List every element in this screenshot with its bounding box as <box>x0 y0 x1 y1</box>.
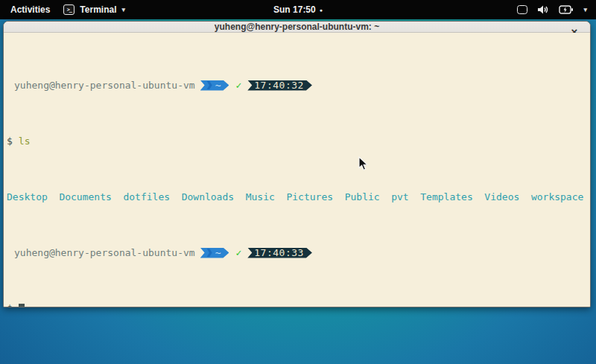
app-menu-label: Terminal <box>80 4 116 15</box>
chevron-right-icon <box>207 81 212 89</box>
prompt-time: 17:40:32 <box>254 80 304 91</box>
screen-share-icon <box>517 5 527 14</box>
activities-button[interactable]: Activities <box>7 3 53 16</box>
prompt-time-banner: 17:40:33 <box>247 248 312 258</box>
status-check-icon: ✓ <box>235 80 241 91</box>
prompt-user: yuheng@henry-personal-ubuntu-vm <box>14 80 195 91</box>
window-title: yuheng@henry-personal-ubuntu-vm: ~ <box>215 22 379 32</box>
dir-entry: Videos <box>484 191 519 202</box>
prompt-sign: $ <box>5 135 13 147</box>
prompt-path: ~ <box>215 247 221 258</box>
notification-dot-icon: ● <box>320 7 323 13</box>
prompt-line: yuheng@henry-personal-ubuntu-vm ~ ✓ 17:4… <box>5 247 589 258</box>
prompt-path-banner: ~ <box>200 80 229 91</box>
text-cursor-block <box>19 304 25 307</box>
system-tray[interactable]: ▾ <box>517 4 596 15</box>
terminal-window: yuheng@henry-personal-ubuntu-vm: ~ × yuh… <box>3 21 591 307</box>
prompt-path-banner: ~ <box>200 248 229 258</box>
status-check-icon: ✓ <box>235 247 241 258</box>
dir-entry: workspace <box>531 191 583 202</box>
dir-entry: Pictures <box>286 191 333 202</box>
dir-entry: Public <box>345 191 380 202</box>
prompt-path: ~ <box>215 80 221 91</box>
window-titlebar[interactable]: yuheng@henry-personal-ubuntu-vm: ~ × <box>4 22 590 33</box>
terminal-icon: >_ <box>63 4 74 15</box>
prompt-time: 17:40:33 <box>254 247 304 258</box>
dir-entry: Documents <box>59 191 111 202</box>
command-line: $ ls <box>5 135 589 147</box>
prompt-line: yuheng@henry-personal-ubuntu-vm ~ ✓ 17:4… <box>5 80 589 91</box>
input-line[interactable]: $ <box>5 303 589 307</box>
battery-charging-icon <box>559 5 574 14</box>
dir-entry: pvt <box>391 191 408 202</box>
terminal-content[interactable]: yuheng@henry-personal-ubuntu-vm ~ ✓ 17:4… <box>4 33 590 307</box>
app-menu-terminal[interactable]: >_ Terminal ▾ <box>63 4 125 15</box>
prompt-user: yuheng@henry-personal-ubuntu-vm <box>14 247 195 258</box>
gnome-top-bar: Activities >_ Terminal ▾ Sun 17:50 ● ▾ <box>0 0 596 19</box>
dir-entry: Music <box>246 191 275 202</box>
prompt-time-banner: 17:40:32 <box>247 80 312 91</box>
system-menu-chevron-icon: ▾ <box>583 6 587 13</box>
chevron-down-icon: ▾ <box>121 6 125 13</box>
prompt-sign: $ <box>5 303 13 307</box>
dir-entry: Templates <box>420 191 472 202</box>
ls-output-line: Desktop Documents dotfiles Downloads Mus… <box>5 191 589 202</box>
dir-entry: Desktop <box>7 191 48 202</box>
volume-icon <box>537 4 549 15</box>
command-text: ls <box>19 135 31 147</box>
chevron-right-icon <box>207 249 212 257</box>
clock-label: Sun 17:50 <box>273 4 316 15</box>
dir-entry: Downloads <box>182 191 234 202</box>
dir-entry: dotfiles <box>123 191 170 202</box>
